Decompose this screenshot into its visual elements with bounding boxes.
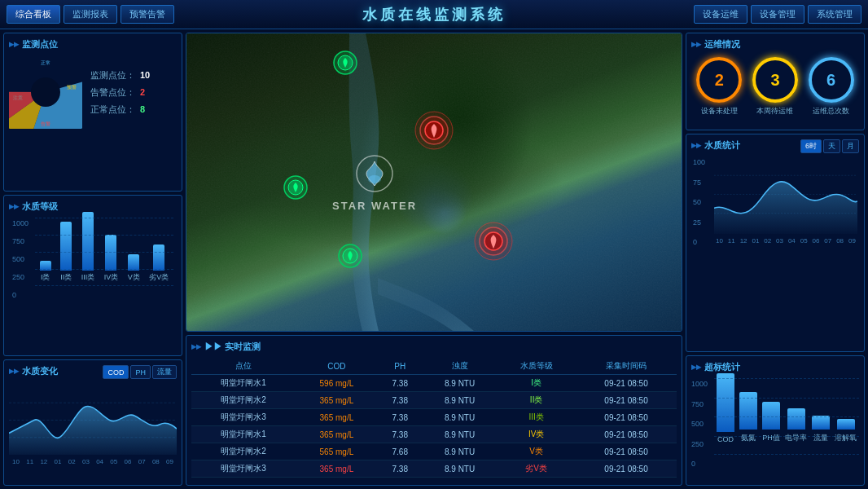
wq-line-chart [714,156,857,234]
table-header: 水质等级 [497,358,576,375]
ops-circle-total: 6 运维总次数 [809,57,854,117]
y-label-0: 0 [12,291,32,299]
water-change-x-labels: 10 11 12 01 02 03 04 05 06 07 08 09 [9,458,177,465]
legend-normal: 正常点位： 8 [90,104,177,116]
monitor-chart-area: 正常 预警 告警 注意 监测点位： 10 告警点位： 2 [9,55,177,129]
nav-btn-equipment[interactable]: 设备管理 [751,5,804,24]
circle-pending: 3 [752,57,798,103]
water-quality-stats-panel: 水质等级 1000 750 500 250 0 [3,195,182,356]
page-title: 水质在线监测系统 [362,5,506,24]
nav-btn-overview[interactable]: 综合看板 [7,5,60,24]
ops-circle-pending: 3 本周待运维 [752,57,798,117]
svg-text:告警: 告警 [41,121,50,126]
table-row: 明堂圩闸水1 365 mg/L 7.38 8.9 NTU IV类 09-21 0… [191,426,677,443]
map-marker-red-2[interactable] [473,221,514,263]
water-body [186,33,682,331]
bars-area: I类 II类 III类 IV类 [35,218,173,299]
nav-btn-system[interactable]: 系统管理 [808,5,861,24]
wq-y-labels: 100 75 50 25 0 [693,156,714,246]
table-row: 明堂圩闸水3 365 mg/L 7.38 8.9 NTU III类 09-21 … [191,409,677,426]
tab-ph[interactable]: PH [130,365,151,379]
operations-title: 运维情况 [691,38,859,51]
water-change-tabs: COD PH 流量 [103,365,177,379]
map-marker-green-1[interactable] [332,50,358,77]
water-quality-tabs: 6时 天 月 [800,139,859,153]
legend-warning: 告警点位： 2 [90,86,177,99]
map-marker-red-1[interactable] [414,110,454,152]
svg-text:正常: 正常 [41,59,50,65]
left-column: 监测点位 正常 预警 [3,33,182,486]
water-change-chart [9,385,177,455]
tab-6h[interactable]: 6时 [800,139,822,153]
monitoring-points-title: 监测点位 [9,38,177,51]
water-quality-stats-title: 水质等级 [9,200,177,213]
nav-btn-reports[interactable]: 监测报表 [64,5,117,24]
map-marker-green-3[interactable] [337,243,363,271]
wq-x-labels: 10 11 12 01 02 03 04 05 06 07 08 09 [714,237,857,244]
logo-text: STAR WATER [332,200,417,212]
star-water-logo-icon [354,153,395,194]
alert-y-labels: 1000 750 500 250 0 [691,378,714,468]
table-header: 浊度 [423,358,497,375]
nav-btn-alerts[interactable]: 预警告警 [121,5,174,24]
map-area: STAR WATER [186,33,682,332]
map-canvas: STAR WATER [186,33,682,331]
alert-stats-container: 1000 750 500 250 0 [691,378,859,468]
operations-panel: 运维情况 2 设备未处理 3 本周待运维 6 [686,33,865,130]
map-marker-green-2[interactable] [283,174,309,202]
table-header: PH [378,358,423,375]
table-row: 明堂圩闸水2 565 mg/L 7.68 8.9 NTU V类 09-21 08… [191,443,677,460]
main-content: 监测点位 正常 预警 [0,29,868,489]
table-header: 点位 [191,358,296,375]
alert-stats-panel: 超标统计 1000 750 500 250 0 [686,355,865,486]
wq-chart-container: 100 75 50 25 0 [691,156,859,246]
pie-chart: 正常 预警 告警 注意 [9,55,82,129]
water-quality-chart-panel: 水质统计 6时 天 月 100 75 50 25 0 [686,134,865,352]
tab-month[interactable]: 月 [842,139,859,153]
realtime-title: ▶▶ 实时监测 [191,341,677,353]
tab-flow[interactable]: 流量 [152,365,177,379]
svg-point-3 [31,77,60,107]
realtime-table: 点位CODPH浊度水质等级采集时间码 明堂圩闸水1 596 mg/L 7.38 … [191,358,677,478]
alert-stats-title: 超标统计 [691,361,859,373]
monitoring-points-panel: 监测点位 正常 预警 [3,33,182,192]
y-label-500: 500 [12,255,32,263]
y-axis-labels: 1000 750 500 250 0 [12,218,35,299]
nav-btn-maintenance[interactable]: 设备运维 [694,5,747,24]
header: 综合看板 监测报表 预警告警 水质在线监测系统 设备运维 设备管理 系统管理 [0,0,868,29]
water-change-panel: 水质变化 COD PH 流量 [3,359,182,486]
table-row: 明堂圩闸水2 365 mg/L 7.38 8.9 NTU II类 09-21 0… [191,392,677,409]
svg-text:注意: 注意 [13,95,23,100]
alert-bars-area: COD 氨氮 PH值 电导率 [714,378,859,468]
wq-chart-area: 10 11 12 01 02 03 04 05 06 07 08 09 [714,156,857,246]
bar-chart-container: 1000 750 500 250 0 [9,218,177,299]
pie-legend: 监测点位： 10 告警点位： 2 正常点位： 8 [90,69,177,116]
star-water-logo: STAR WATER [332,153,417,212]
right-column: 运维情况 2 设备未处理 3 本周待运维 6 [686,33,865,486]
y-label-750: 750 [12,237,32,245]
tab-cod[interactable]: COD [103,365,129,379]
svg-text:预警: 预警 [67,84,77,90]
operations-circles: 2 设备未处理 3 本周待运维 6 运维总次数 [691,57,859,117]
realtime-monitoring-panel: ▶▶ 实时监测 点位CODPH浊度水质等级采集时间码 明堂圩闸水1 596 mg… [186,335,682,486]
ops-circle-unprocessed: 2 设备未处理 [696,57,742,117]
left-nav: 综合看板 监测报表 预警告警 [7,5,174,24]
table-row: 明堂圩闸水1 596 mg/L 7.38 8.9 NTU I类 09-21 08… [191,375,677,392]
table-row: 明堂圩闸水3 365 mg/L 7.38 8.9 NTU 劣V类 09-21 0… [191,460,677,478]
svg-point-13 [368,175,381,183]
circle-unprocessed: 2 [696,57,742,103]
circle-total: 6 [809,57,854,103]
table-header: 采集时间码 [576,358,677,375]
legend-total: 监测点位： 10 [90,69,177,82]
y-label-250: 250 [12,273,32,281]
tab-day[interactable]: 天 [823,139,840,153]
right-nav: 设备运维 设备管理 系统管理 [694,5,861,24]
table-header: COD [296,358,377,375]
y-label-1000: 1000 [12,219,32,227]
